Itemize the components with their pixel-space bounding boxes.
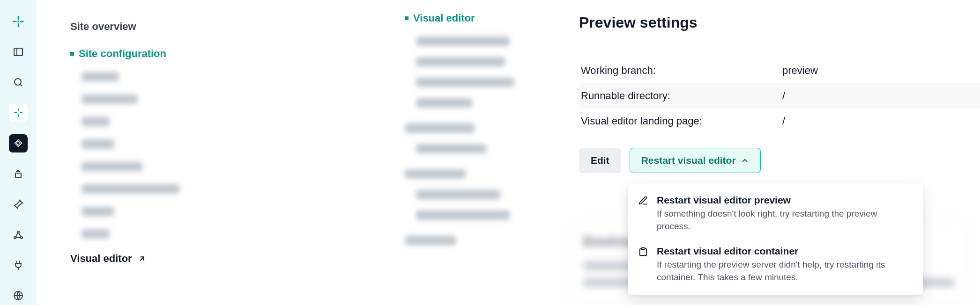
menu-text: Restart visual editor preview If somethi…	[657, 195, 913, 232]
svg-rect-3	[15, 173, 21, 178]
nav2-group-4	[405, 236, 555, 245]
pin-icon[interactable]	[9, 195, 28, 213]
svg-rect-8	[641, 248, 645, 250]
globe-icon[interactable]	[9, 287, 28, 305]
blurred-item	[82, 139, 114, 149]
nodes-icon[interactable]	[9, 225, 28, 244]
kv-key: Visual editor landing page:	[581, 115, 782, 127]
svg-point-0	[17, 21, 19, 22]
blurred-item	[416, 190, 500, 199]
edit-button-label: Edit	[591, 155, 609, 166]
left-icon-rail	[0, 0, 37, 305]
kv-working-branch: Working branch: preview	[579, 58, 980, 83]
menu-item-title: Restart visual editor container	[657, 246, 913, 257]
blurred-item	[416, 144, 486, 153]
primary-nav-sub	[70, 72, 258, 239]
blurred-item	[405, 236, 456, 245]
search-icon[interactable]	[9, 73, 28, 91]
nav-site-overview[interactable]: Site overview	[70, 18, 258, 36]
app-icon-1[interactable]	[9, 104, 28, 122]
active-dot-icon	[70, 52, 74, 56]
nav2-group-3	[405, 169, 555, 220]
kv-value: preview	[782, 65, 980, 77]
restart-dropdown-menu: Restart visual editor preview If somethi…	[628, 183, 923, 295]
menu-restart-preview[interactable]: Restart visual editor preview If somethi…	[628, 188, 923, 239]
restart-container-icon	[638, 247, 649, 283]
svg-point-4	[14, 237, 16, 239]
blurred-item	[416, 211, 510, 220]
chevron-up-icon	[741, 156, 749, 165]
nav2-visual-editor-label: Visual editor	[413, 12, 475, 24]
edit-button[interactable]: Edit	[579, 148, 621, 173]
kv-value: /	[782, 90, 980, 102]
svg-rect-1	[14, 48, 22, 56]
restart-button[interactable]: Restart visual editor	[630, 148, 761, 173]
menu-item-desc: If something doesn't look right, try res…	[657, 208, 913, 232]
nav-visual-editor[interactable]: Visual editor	[70, 253, 258, 265]
kv-key: Working branch:	[581, 65, 782, 77]
panel-icon[interactable]	[9, 43, 28, 61]
svg-point-5	[17, 231, 19, 233]
menu-item-desc: If restarting the preview server didn't …	[657, 259, 913, 283]
app-icon-2[interactable]	[9, 134, 28, 152]
nav-site-overview-label: Site overview	[70, 21, 136, 33]
divider	[579, 40, 980, 40]
blurred-item	[405, 123, 475, 133]
primary-nav: Site overview Site configuration Visual …	[70, 18, 258, 265]
kv-key: Runnable directory:	[581, 90, 782, 102]
blurred-item	[82, 207, 114, 216]
main-panel: Preview settings Working branch: preview…	[570, 0, 980, 173]
blurred-item	[82, 162, 142, 171]
actions-row: Edit Restart visual editor	[579, 148, 980, 173]
logo-icon[interactable]	[9, 12, 28, 30]
active-dot-icon	[405, 16, 408, 20]
menu-text: Restart visual editor container If resta…	[657, 246, 913, 283]
nav-visual-editor-label: Visual editor	[70, 253, 132, 265]
blurred-item	[82, 72, 119, 81]
blurred-item	[405, 169, 466, 179]
external-link-icon	[138, 254, 146, 263]
blurred-item	[416, 57, 505, 66]
page-title: Preview settings	[579, 14, 980, 31]
nav-site-configuration-label: Site configuration	[79, 48, 166, 60]
blurred-item	[82, 117, 110, 126]
kv-runnable-directory: Runnable directory: /	[579, 83, 980, 109]
svg-point-2	[15, 79, 21, 85]
menu-item-title: Restart visual editor preview	[657, 195, 913, 206]
blurred-item	[416, 78, 514, 87]
blurred-item	[416, 36, 510, 46]
nav-site-configuration[interactable]: Site configuration	[70, 45, 258, 63]
blurred-item	[82, 94, 138, 104]
kv-value: /	[782, 115, 980, 127]
nav2-group-1	[405, 36, 555, 108]
stack-icon[interactable]	[9, 165, 28, 183]
kv-landing-page: Visual editor landing page: /	[579, 109, 980, 134]
svg-point-6	[21, 237, 22, 239]
blurred-item	[82, 229, 110, 239]
blurred-item	[416, 98, 472, 108]
nav2-visual-editor[interactable]: Visual editor	[405, 12, 555, 24]
menu-restart-container[interactable]: Restart visual editor container If resta…	[628, 239, 923, 290]
secondary-nav: Visual editor	[405, 12, 555, 261]
restart-button-label: Restart visual editor	[641, 155, 736, 166]
blurred-item	[82, 184, 180, 194]
plug-icon[interactable]	[9, 256, 28, 275]
nav2-group-2	[405, 123, 555, 153]
restart-preview-icon	[638, 196, 649, 232]
